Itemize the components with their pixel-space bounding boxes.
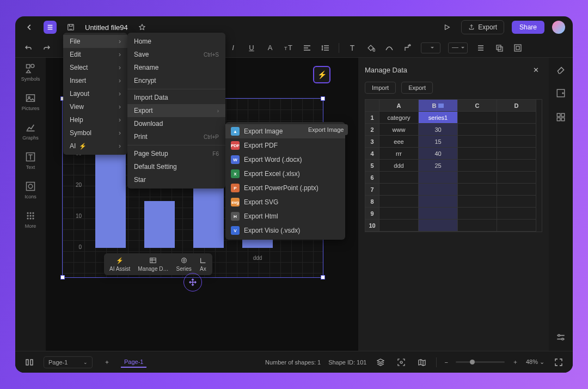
- svg-point-35: [400, 361, 402, 363]
- page-tab[interactable]: Page-1: [121, 357, 146, 368]
- shape-count: Number of shapes: 1: [265, 359, 321, 366]
- export-export-visio-vsdx-[interactable]: VExport Visio (.vsdx): [225, 223, 345, 238]
- svg-rect-12: [26, 183, 34, 191]
- undo-icon[interactable]: [23, 42, 34, 53]
- series-button[interactable]: Series: [176, 257, 192, 272]
- ai-assist-button[interactable]: ⚡AI Assist: [109, 257, 130, 272]
- export-export-excel-xlsx-[interactable]: XExport Excel (.xlsx): [225, 167, 345, 181]
- bar-www: [95, 154, 126, 248]
- menu1-insert[interactable]: Insert: [63, 74, 127, 87]
- menu1-help[interactable]: Help: [63, 113, 127, 126]
- connector-icon[interactable]: [402, 42, 413, 53]
- zoom-out[interactable]: −: [444, 359, 448, 366]
- fullscreen-icon[interactable]: [552, 356, 565, 369]
- export-submenu: ▲Export ImagePDFExport PDFWExport Word (…: [225, 122, 345, 240]
- sidebar-item-icons[interactable]: Icons: [24, 181, 36, 199]
- export-export-powerpoint-pptx-[interactable]: PExport PowerPoint (.pptx): [225, 181, 345, 195]
- focus-icon[interactable]: [395, 356, 408, 369]
- export-export-svg[interactable]: svgExport SVG: [225, 195, 345, 209]
- sidebar-item-pictures[interactable]: Pictures: [22, 93, 40, 111]
- frame-icon[interactable]: [512, 42, 523, 53]
- menu-encrypt[interactable]: Encrypt: [127, 74, 225, 87]
- text-tool-icon[interactable]: T: [347, 42, 358, 53]
- file-title: Untitled file94: [85, 23, 128, 32]
- font-size-icon[interactable]: TT: [283, 42, 294, 53]
- close-icon[interactable]: ✕: [529, 63, 542, 76]
- redo-icon[interactable]: [41, 42, 52, 53]
- sidebar-item-symbols[interactable]: Symbols: [21, 63, 40, 82]
- zoom-slider[interactable]: [456, 361, 505, 363]
- menu1-ai[interactable]: AI ⚡: [63, 139, 127, 153]
- menu-download[interactable]: Download: [127, 117, 225, 130]
- add-page-button[interactable]: ＋: [100, 356, 113, 369]
- menu1-select[interactable]: Select: [63, 61, 127, 74]
- map-icon[interactable]: [415, 356, 428, 369]
- spreadsheet[interactable]: AB CD1categoryseries12www303eee154rrr405…: [365, 99, 542, 232]
- export-button[interactable]: Export: [461, 20, 504, 34]
- export-export-word-docx-[interactable]: WExport Word (.docx): [225, 153, 345, 167]
- export-export-html[interactable]: HExport Html: [225, 209, 345, 223]
- export-export-pdf[interactable]: PDFExport PDF: [225, 138, 345, 153]
- menu1-view[interactable]: View: [63, 100, 127, 113]
- resize-handle-br[interactable]: [321, 275, 325, 279]
- axis-button[interactable]: Ax: [199, 257, 207, 272]
- back-button[interactable]: [23, 21, 36, 34]
- svg-text:T: T: [284, 46, 287, 51]
- resize-handle-bl[interactable]: [60, 275, 65, 279]
- line-height-icon[interactable]: [320, 42, 331, 53]
- menu1-edit[interactable]: Edit: [63, 48, 127, 61]
- copy-icon[interactable]: [494, 42, 505, 53]
- grid-icon[interactable]: [555, 111, 567, 123]
- resize-handle-tr[interactable]: [321, 96, 325, 101]
- menu-print[interactable]: PrintCtrl+P: [127, 130, 225, 143]
- menu-home[interactable]: Home: [127, 35, 225, 48]
- italic-icon[interactable]: I: [228, 42, 238, 53]
- menu-page-setup[interactable]: Page SetupF6: [127, 147, 225, 160]
- menu-export[interactable]: Export›: [127, 104, 225, 117]
- sidebar-item-more[interactable]: More: [25, 210, 36, 229]
- font-color-icon[interactable]: A: [265, 42, 275, 53]
- align-icon[interactable]: [302, 42, 313, 53]
- menu-import-data[interactable]: Import Data: [127, 91, 225, 104]
- star-icon[interactable]: [136, 21, 149, 34]
- main-menu-button[interactable]: [44, 21, 57, 34]
- menu-save[interactable]: SaveCtrl+S: [127, 48, 225, 61]
- sidebar-item-text[interactable]: Text: [25, 151, 36, 170]
- file-menu: FileEditSelectInsertLayoutViewHelpSymbol…: [63, 33, 127, 155]
- panel-import-button[interactable]: Import: [365, 82, 396, 94]
- avatar[interactable]: [552, 21, 565, 34]
- fill-icon[interactable]: [365, 42, 376, 53]
- settings-icon[interactable]: [555, 331, 567, 343]
- logo-badge: ⚡: [313, 66, 330, 83]
- menu-rename[interactable]: Rename: [127, 61, 225, 74]
- menu-default-setting[interactable]: Default Setting: [127, 160, 225, 173]
- share-button[interactable]: Share: [512, 21, 544, 34]
- layers-icon[interactable]: [374, 356, 387, 369]
- eraser-icon[interactable]: [555, 63, 567, 75]
- distribute-icon[interactable]: [475, 42, 486, 53]
- underline-icon[interactable]: U: [246, 42, 257, 53]
- menu1-file[interactable]: File: [63, 35, 127, 48]
- menu1-symbol[interactable]: Symbol: [63, 126, 127, 139]
- svg-point-31: [558, 335, 560, 336]
- play-icon[interactable]: [440, 21, 454, 34]
- menu1-layout[interactable]: Layout: [63, 87, 127, 100]
- menu-star[interactable]: Star: [127, 173, 225, 186]
- sidebar-item-graphs[interactable]: Graphs: [22, 122, 39, 141]
- panel-export-button[interactable]: Export: [401, 82, 433, 94]
- svg-point-17: [27, 215, 28, 216]
- manage-data-button[interactable]: Manage D…: [138, 257, 168, 272]
- add-panel-icon[interactable]: [555, 87, 567, 99]
- line-end-dropdown[interactable]: [448, 42, 468, 53]
- move-handle[interactable]: [183, 273, 202, 291]
- page-dropdown[interactable]: Page-1⌄: [44, 356, 93, 368]
- svg-point-13: [28, 184, 33, 189]
- line-start-dropdown[interactable]: [421, 42, 440, 53]
- zoom-in[interactable]: ＋: [512, 358, 518, 366]
- svg-rect-29: [557, 118, 560, 121]
- stroke-icon[interactable]: [384, 42, 395, 53]
- svg-point-21: [29, 217, 31, 219]
- save-icon[interactable]: [64, 21, 77, 34]
- svg-rect-6: [516, 46, 519, 50]
- page-layout-icon[interactable]: [23, 356, 36, 369]
